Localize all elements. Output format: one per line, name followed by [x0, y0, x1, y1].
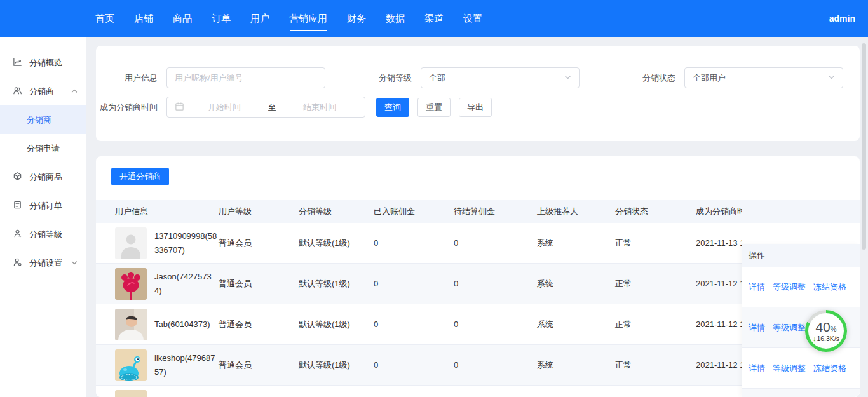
col-header-user-info: 用户信息	[115, 206, 219, 217]
sidebar-item-distribution-settings[interactable]: 分销设置	[0, 248, 86, 277]
sidebar-item-label: 分销设置	[29, 257, 62, 269]
nav-item-shop[interactable]: 店铺	[134, 0, 153, 37]
distribution-level-label: 分销等级	[379, 72, 412, 84]
admin-account-menu[interactable]: admin	[829, 0, 855, 37]
date-range-separator: 至	[264, 102, 280, 113]
sidebar-item-distribution-goods[interactable]: 分销商品	[0, 163, 86, 191]
user-gear-icon	[13, 257, 22, 269]
sidebar-item-distribution-levels[interactable]: 分销等级	[0, 220, 86, 248]
col-header-dist-level: 分销等级	[299, 206, 374, 217]
download-arrow-icon: ↓	[813, 335, 817, 342]
avatar	[115, 227, 147, 259]
row-actions: 详情 等级调整 冻结资格	[742, 389, 860, 397]
distribution-status-label: 分销状态	[642, 72, 675, 84]
row-actions: 详情 等级调整 冻结资格	[742, 348, 860, 389]
table-header-row: 用户信息 用户等级 分销等级 已入账佣金 待结算佣金 上级推荐人 分销状态 成为…	[96, 200, 860, 223]
status-cell: 正常	[615, 319, 696, 330]
trend-chart-icon	[13, 57, 22, 69]
become-time-cell: 2021-11-12 15	[696, 320, 742, 329]
calendar-icon	[175, 102, 184, 113]
settled-commission-cell: 0	[374, 320, 454, 329]
level-adjust-link[interactable]: 等级调整	[773, 281, 806, 293]
select-value: 全部用户	[693, 72, 828, 84]
reset-button[interactable]: 重置	[417, 98, 451, 117]
referrer-cell: 系统	[537, 360, 615, 371]
export-button[interactable]: 导出	[459, 98, 492, 117]
pending-commission-cell: 0	[454, 320, 537, 329]
sidebar: 分销概览 分销商 分销商 分销申请 分销商品 分销订单 分销等级 分销设置	[0, 37, 86, 397]
detail-link[interactable]: 详情	[749, 281, 765, 293]
settled-commission-cell: 0	[374, 360, 454, 370]
chevron-up-icon[interactable]	[71, 86, 78, 96]
nav-item-finance[interactable]: 财务	[347, 0, 366, 37]
row-actions: 详情 等级调整 冻结资格	[742, 267, 860, 307]
status-cell: 正常	[615, 238, 696, 249]
order-list-icon	[13, 200, 22, 212]
sidebar-item-distributor-group[interactable]: 分销商	[0, 77, 86, 105]
avatar	[115, 268, 147, 300]
sidebar-item-label: 分销概览	[29, 57, 62, 69]
level-adjust-link[interactable]: 等级调整	[773, 363, 806, 374]
nav-item-users[interactable]: 用户	[250, 0, 269, 37]
dist-level-cell: 默认等级(1级)	[299, 278, 374, 290]
nav-item-data[interactable]: 数据	[386, 0, 405, 37]
nav-item-marketing[interactable]: 营销应用	[289, 0, 327, 37]
dist-level-cell: 默认等级(1级)	[299, 360, 374, 371]
detail-link[interactable]: 详情	[749, 322, 765, 333]
user-info-label: 用户信息	[96, 72, 158, 84]
sidebar-item-distribution-overview[interactable]: 分销概览	[0, 48, 86, 77]
user-level-cell: 普通会员	[219, 238, 299, 249]
date-range-picker[interactable]: 开始时间 至 结束时间	[166, 97, 365, 118]
sidebar-subitem-distributor[interactable]: 分销商	[0, 105, 86, 134]
col-header-user-level: 用户等级	[219, 206, 299, 217]
status-cell: 正常	[615, 278, 696, 290]
sidebar-item-label: 分销商	[29, 86, 54, 97]
avatar	[115, 390, 147, 397]
speed-widget-face: 40% ↓16.3K/s	[808, 313, 844, 349]
select-value: 全部	[429, 72, 564, 84]
user-name: Jason(74275734)	[154, 270, 217, 297]
nav-item-goods[interactable]: 商品	[173, 0, 192, 37]
distributor-table: 用户信息 用户等级 分销等级 已入账佣金 待结算佣金 上级推荐人 分销状态 成为…	[96, 200, 860, 397]
user-level-icon	[13, 229, 22, 240]
sidebar-item-label: 分销商品	[29, 172, 62, 183]
pending-commission-cell: 0	[454, 279, 537, 288]
freeze-qualification-link[interactable]: 冻结资格	[813, 281, 846, 293]
end-time-placeholder[interactable]: 结束时间	[283, 102, 358, 113]
level-adjust-link[interactable]: 等级调整	[773, 322, 806, 333]
chevron-down-icon	[828, 73, 835, 83]
nav-item-orders[interactable]: 订单	[212, 0, 231, 37]
pending-commission-cell: 0	[454, 360, 537, 370]
avatar	[115, 309, 147, 340]
nav-item-channel[interactable]: 渠道	[424, 0, 444, 37]
avatar	[115, 349, 147, 381]
open-distributor-button[interactable]: 开通分销商	[111, 168, 169, 185]
scrollbar-thumb[interactable]	[862, 43, 866, 250]
chevron-down-icon[interactable]	[71, 258, 78, 267]
status-cell: 正常	[615, 360, 696, 371]
dist-level-cell: 默认等级(1级)	[299, 319, 374, 330]
referrer-cell: 系统	[537, 278, 615, 290]
percent-value: 40	[815, 320, 830, 333]
user-name: likeshop(47968757)	[154, 351, 217, 379]
sidebar-item-distribution-orders[interactable]: 分销订单	[0, 191, 86, 220]
distribution-status-select[interactable]: 全部用户	[684, 67, 843, 88]
become-time-cell: 2021-11-12 16	[696, 279, 742, 288]
settled-commission-cell: 0	[374, 279, 454, 288]
package-box-icon	[13, 172, 22, 183]
nav-item-settings[interactable]: 设置	[463, 0, 482, 37]
distribution-level-select[interactable]: 全部	[421, 67, 580, 88]
freeze-qualification-link[interactable]: 冻结资格	[813, 363, 846, 374]
start-time-placeholder[interactable]: 开始时间	[187, 102, 262, 113]
sidebar-subitem-label: 分销申请	[27, 143, 60, 154]
nav-item-home[interactable]: 首页	[95, 0, 114, 37]
user-level-cell: 普通会员	[219, 319, 299, 330]
search-button[interactable]: 查询	[376, 98, 409, 117]
sidebar-subitem-distribution-apply[interactable]: 分销申请	[0, 134, 86, 163]
user-info-input[interactable]	[166, 67, 325, 88]
network-speed-float-widget[interactable]: 40% ↓16.3K/s	[805, 310, 847, 352]
user-name: 13710909998(58336707)	[154, 229, 217, 257]
user-name: Tab(60104373)	[154, 318, 217, 331]
col-header-become-time: 成为分销商时间	[696, 206, 742, 217]
detail-link[interactable]: 详情	[749, 363, 765, 374]
